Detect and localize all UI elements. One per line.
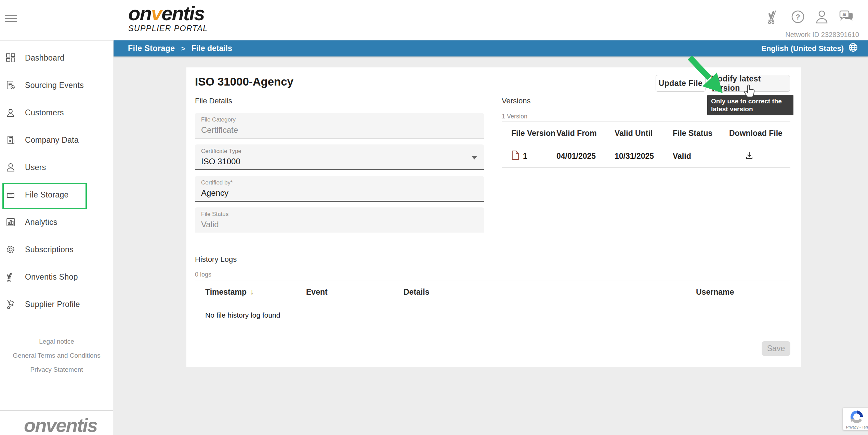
privacy-link[interactable]: Privacy Statement — [0, 366, 113, 373]
file-details-form: File Category Certificate Certificate Ty… — [195, 113, 484, 239]
sidebar-item-label: Users — [25, 163, 46, 172]
sidebar-nav: Dashboard Sourcing Events — [0, 41, 113, 318]
terms-link[interactable]: General Terms and Conditions — [0, 352, 113, 359]
col-valid-from: Valid From — [556, 129, 615, 138]
sidebar-item-supplier-profile[interactable]: Supplier Profile — [0, 291, 113, 318]
recaptcha-badge[interactable]: Privacy - Term — [843, 408, 868, 430]
recaptcha-logo-icon — [849, 409, 864, 424]
sidebar-item-label: Dashboard — [25, 53, 64, 63]
brand-logo-subtitle: SUPPLIER PORTAL — [128, 24, 208, 33]
sourcing-events-icon — [5, 80, 16, 90]
sidebar-item-subscriptions[interactable]: Subscriptions — [0, 236, 113, 263]
certified-by-label: Certified by* — [201, 179, 233, 186]
sidebar: Dashboard Sourcing Events — [0, 41, 113, 435]
page-title: ISO 31000-Agency — [195, 75, 293, 88]
top-header: onventis SUPPLIER PORTAL ? — [0, 0, 868, 40]
chevron-down-icon[interactable] — [472, 156, 477, 159]
customers-icon — [5, 107, 16, 118]
col-details: Details — [393, 287, 686, 297]
col-timestamp[interactable]: Timestamp ↓ — [195, 287, 296, 297]
supplier-profile-icon — [5, 299, 16, 309]
onventis-shop-icon — [5, 272, 16, 282]
sidebar-item-sourcing-events[interactable]: Sourcing Events — [0, 72, 113, 99]
sidebar-item-dashboard[interactable]: Dashboard — [0, 44, 113, 72]
certified-by-value: Agency — [201, 188, 228, 198]
version-status: Valid — [673, 152, 729, 161]
col-username: Username — [686, 287, 790, 297]
sidebar-item-file-storage[interactable]: File Storage — [0, 181, 113, 208]
brand-logo-v: v — [151, 2, 161, 24]
file-status-value: Valid — [201, 220, 219, 229]
sidebar-item-label: Customers — [25, 108, 64, 117]
sidebar-item-label: Subscriptions — [25, 245, 74, 254]
analytics-icon — [5, 217, 16, 227]
sidebar-footer-links: Legal notice General Terms and Condition… — [0, 338, 113, 380]
globe-icon — [849, 43, 858, 54]
col-valid-until: Valid Until — [615, 129, 673, 138]
account-icon[interactable] — [815, 10, 829, 24]
recaptcha-privacy-terms[interactable]: Privacy - Term — [846, 425, 868, 429]
history-empty-message: No file history log found — [195, 303, 790, 327]
sidebar-item-company-data[interactable]: Company Data — [0, 126, 113, 154]
breadcrumb: File Storage > File details — [128, 44, 232, 53]
col-event: Event — [296, 287, 393, 297]
col-download-file: Download File — [729, 129, 790, 138]
company-data-icon — [5, 135, 16, 145]
sidebar-item-customers[interactable]: Customers — [0, 99, 113, 126]
chat-ai-icon[interactable]: ai — [839, 10, 854, 24]
cursor-icon — [743, 84, 757, 99]
update-file-button[interactable]: Update File — [656, 75, 706, 92]
brand-logo: onventis SUPPLIER PORTAL — [128, 3, 208, 33]
sidebar-item-onventis-shop[interactable]: Onventis Shop — [0, 263, 113, 291]
help-icon[interactable]: ? — [791, 10, 805, 24]
version-row: 1 04/01/2025 10/31/2025 Valid — [502, 145, 790, 168]
file-category-value: Certificate — [201, 125, 238, 135]
sidebar-item-users[interactable]: Users — [0, 154, 113, 181]
breadcrumb-file-storage[interactable]: File Storage — [128, 44, 175, 53]
breadcrumb-bar: File Storage > File details English (Uni… — [114, 40, 868, 56]
sidebar-item-label: Analytics — [25, 218, 57, 227]
language-label: English (United States) — [761, 44, 844, 53]
file-document-icon — [511, 150, 520, 162]
versions-table-header: File Version Valid From Valid Until File… — [502, 122, 790, 145]
versions-heading: Versions — [502, 97, 530, 105]
certificate-type-select[interactable]: Certificate Type ISO 31000 — [195, 144, 484, 170]
subscriptions-gear-icon — [5, 244, 16, 255]
file-storage-icon — [5, 190, 16, 200]
file-details-heading: File Details — [195, 97, 232, 105]
sidebar-item-label: Company Data — [25, 136, 79, 145]
history-logs-heading: History Logs — [195, 255, 237, 264]
certificate-type-label: Certificate Type — [201, 148, 241, 155]
sidebar-item-analytics[interactable]: Analytics — [0, 208, 113, 236]
file-category-label: File Category — [201, 116, 236, 123]
history-logs-table: Timestamp ↓ Event Details Username No fi… — [195, 281, 790, 327]
breadcrumb-file-details: File details — [192, 44, 232, 53]
save-button[interactable]: Save — [762, 341, 790, 356]
shop-cart-icon[interactable] — [766, 10, 781, 24]
users-icon — [5, 162, 16, 172]
version-number: 1 — [523, 152, 527, 161]
sidebar-bottom: onventis — [0, 410, 113, 435]
certified-by-input[interactable]: Certified by* Agency — [195, 176, 484, 202]
versions-table: File Version Valid From Valid Until File… — [502, 121, 790, 168]
versions-count: 1 Version — [502, 113, 527, 120]
file-category-field: File Category Certificate — [195, 113, 484, 139]
file-status-label: File Status — [201, 211, 228, 218]
svg-text:ai: ai — [843, 12, 846, 17]
sort-descending-icon[interactable]: ↓ — [250, 287, 254, 296]
dashboard-icon — [5, 53, 16, 63]
certificate-type-value: ISO 31000 — [201, 157, 240, 166]
version-valid-from: 04/01/2025 — [556, 152, 615, 161]
network-id: Network ID 2328391610 — [785, 31, 859, 39]
header-icon-group: ? ai — [766, 10, 854, 24]
version-valid-until: 10/31/2025 — [615, 152, 673, 161]
sidebar-item-label: Onventis Shop — [25, 272, 78, 282]
legal-notice-link[interactable]: Legal notice — [0, 338, 113, 345]
brand-logo-text: onventis — [128, 3, 208, 23]
download-icon[interactable] — [745, 153, 754, 162]
col-file-status: File Status — [673, 129, 729, 138]
hamburger-menu-icon[interactable] — [5, 15, 17, 23]
sidebar-footer-logo: onventis — [24, 414, 113, 435]
sidebar-item-label: File Storage — [25, 190, 69, 200]
language-selector[interactable]: English (United States) — [761, 43, 858, 54]
